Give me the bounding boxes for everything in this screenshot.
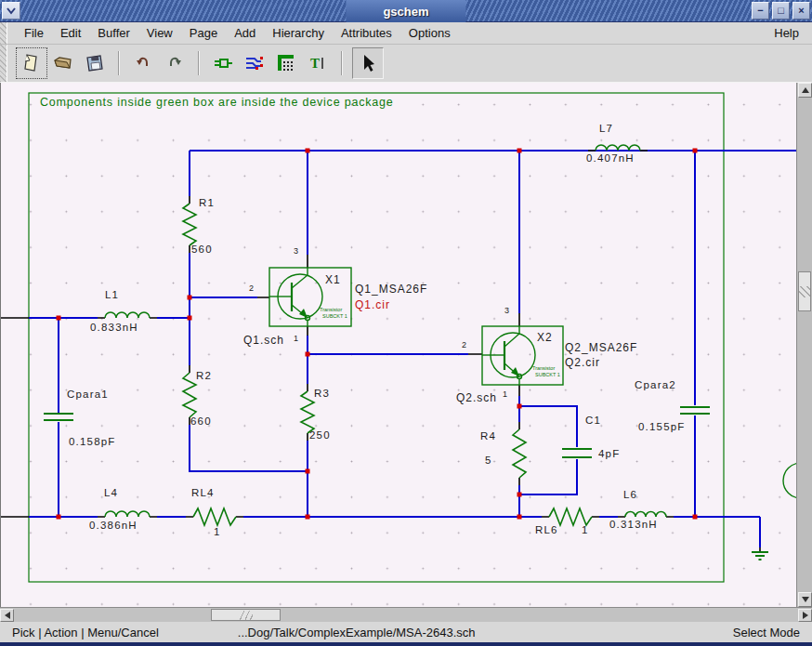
toolbar-grip[interactable] bbox=[0, 45, 7, 82]
package-annotation[interactable]: Components inside green box are inside t… bbox=[40, 96, 394, 109]
new-button[interactable] bbox=[18, 49, 46, 77]
schematic-canvas[interactable]: Components inside green box are inside t… bbox=[0, 83, 796, 607]
svg-text:T: T bbox=[310, 56, 320, 71]
vertical-scrollbar[interactable] bbox=[796, 83, 812, 607]
scroll-left-button[interactable] bbox=[0, 609, 14, 622]
undo-button[interactable] bbox=[129, 49, 157, 77]
add-net-button[interactable] bbox=[241, 49, 268, 77]
resistor-R1[interactable] bbox=[183, 204, 196, 245]
label-Cpara1-value[interactable]: 0.158pF bbox=[69, 436, 116, 447]
resistor-R3[interactable] bbox=[301, 391, 314, 433]
label-R4-value[interactable]: 5 bbox=[485, 455, 492, 466]
vertical-scroll-thumb[interactable] bbox=[798, 271, 811, 311]
bus-icon bbox=[275, 52, 297, 74]
menu-edit[interactable]: Edit bbox=[52, 24, 89, 42]
label-X1-type1: Transistor bbox=[320, 307, 342, 313]
ground-symbol[interactable] bbox=[752, 552, 768, 560]
maximize-button[interactable]: □ bbox=[772, 2, 790, 20]
label-X1-ref[interactable]: X1 bbox=[325, 273, 341, 286]
label-L1-value[interactable]: 0.833nH bbox=[90, 322, 138, 333]
statusbar: Pick | Action | Menu/Cancel ...Dog/Talk/… bbox=[0, 622, 812, 642]
label-X2-model[interactable]: Q2_MSA26F bbox=[565, 341, 637, 354]
label-R2-value[interactable]: 660 bbox=[190, 415, 212, 427]
label-Cpara2-ref[interactable]: Cpara2 bbox=[635, 379, 676, 390]
scroll-up-button[interactable] bbox=[798, 83, 812, 98]
label-Cpara2-value[interactable]: 0.155pF bbox=[638, 421, 686, 432]
redo-arrow-icon bbox=[164, 52, 186, 74]
capacitor-Cpara2[interactable] bbox=[680, 407, 710, 414]
label-X1-cir[interactable]: Q1.cir bbox=[355, 298, 390, 311]
close-button[interactable]: × bbox=[792, 2, 810, 20]
status-filename: ...Dog/Talk/ComplexExample/MSA-2643.sch bbox=[238, 626, 476, 639]
component-icon bbox=[212, 52, 234, 74]
label-X1-sch[interactable]: Q1.sch bbox=[243, 334, 284, 347]
label-R1-ref[interactable]: R1 bbox=[199, 197, 215, 208]
new-page-icon bbox=[20, 52, 43, 74]
titlebar[interactable]: gschem − □ × bbox=[0, 0, 812, 22]
label-R3-ref[interactable]: R3 bbox=[314, 388, 330, 399]
label-X2-cir[interactable]: Q2.cir bbox=[565, 356, 600, 369]
select-mode-button[interactable] bbox=[352, 47, 384, 79]
menu-attributes[interactable]: Attributes bbox=[333, 24, 400, 42]
minimize-button[interactable]: − bbox=[752, 2, 769, 20]
label-L4-value[interactable]: 0.386nH bbox=[89, 520, 138, 531]
label-Cpara1-ref[interactable]: Cpara1 bbox=[67, 389, 109, 400]
window-frame-bottom bbox=[0, 642, 812, 646]
label-L7-ref[interactable]: L7 bbox=[599, 123, 613, 134]
chevron-down-icon bbox=[6, 7, 17, 16]
label-X2-sch[interactable]: Q2.sch bbox=[456, 391, 497, 404]
label-RL6-value[interactable]: 1 bbox=[582, 524, 589, 535]
redo-button[interactable] bbox=[161, 49, 189, 77]
label-RL4-ref[interactable]: RL4 bbox=[191, 487, 215, 498]
menu-file[interactable]: File bbox=[16, 24, 52, 42]
label-RL4-value[interactable]: 1 bbox=[214, 526, 221, 537]
inductor-L4[interactable] bbox=[105, 511, 150, 517]
menubar-grip[interactable] bbox=[0, 22, 7, 44]
menu-add[interactable]: Add bbox=[226, 24, 264, 42]
add-bus-button[interactable] bbox=[272, 49, 300, 77]
menu-view[interactable]: View bbox=[138, 24, 181, 42]
label-X2-ref[interactable]: X2 bbox=[537, 331, 553, 344]
inductor-L6[interactable] bbox=[625, 512, 666, 518]
capacitor-Cpara1[interactable] bbox=[44, 414, 73, 420]
device-package-box[interactable] bbox=[29, 93, 724, 582]
inductor-L1[interactable] bbox=[105, 312, 150, 318]
label-R3-value[interactable]: 250 bbox=[309, 429, 331, 441]
label-R2-ref[interactable]: R2 bbox=[196, 370, 212, 381]
label-R1-value[interactable]: 560 bbox=[191, 244, 213, 255]
label-L1-ref[interactable]: L1 bbox=[105, 289, 119, 300]
menu-help[interactable]: Help bbox=[761, 24, 812, 42]
add-text-button[interactable]: T bbox=[304, 49, 332, 77]
menu-page[interactable]: Page bbox=[181, 24, 226, 42]
resistor-RL6[interactable] bbox=[549, 508, 592, 525]
label-X1-model[interactable]: Q1_MSA26F bbox=[355, 283, 427, 296]
label-X1-pin2: 2 bbox=[249, 283, 254, 293]
menu-hierarchy[interactable]: Hierarchy bbox=[264, 24, 333, 42]
resistor-RL4[interactable] bbox=[193, 508, 236, 525]
label-C1-value[interactable]: 4pF bbox=[598, 448, 620, 459]
add-component-button[interactable] bbox=[209, 49, 237, 77]
horizontal-scroll-thumb[interactable] bbox=[211, 609, 281, 621]
scroll-down-button[interactable] bbox=[798, 592, 812, 607]
capacitor-C1[interactable] bbox=[562, 449, 592, 457]
save-button[interactable] bbox=[81, 49, 109, 77]
label-L4-ref[interactable]: L4 bbox=[104, 487, 118, 498]
text-icon: T bbox=[307, 52, 329, 74]
clipped-component-circle[interactable] bbox=[783, 463, 796, 498]
horizontal-scrollbar[interactable] bbox=[0, 607, 812, 622]
resistor-R4[interactable] bbox=[513, 429, 526, 478]
label-L7-value[interactable]: 0.407nH bbox=[586, 152, 635, 164]
label-RL6-ref[interactable]: RL6 bbox=[535, 524, 558, 535]
open-button[interactable] bbox=[49, 49, 77, 77]
label-C1-ref[interactable]: C1 bbox=[585, 415, 601, 426]
scroll-right-button[interactable] bbox=[798, 609, 812, 622]
resistor-R2[interactable] bbox=[183, 373, 196, 417]
menu-buffer[interactable]: Buffer bbox=[89, 24, 138, 42]
select-arrow-icon bbox=[357, 52, 379, 74]
label-R4-ref[interactable]: R4 bbox=[480, 430, 496, 442]
window-menu-button[interactable] bbox=[2, 2, 20, 20]
label-L6-ref[interactable]: L6 bbox=[623, 489, 637, 500]
net-wires[interactable] bbox=[29, 151, 796, 547]
label-L6-value[interactable]: 0.313nH bbox=[609, 519, 658, 530]
menu-options[interactable]: Options bbox=[400, 24, 459, 42]
